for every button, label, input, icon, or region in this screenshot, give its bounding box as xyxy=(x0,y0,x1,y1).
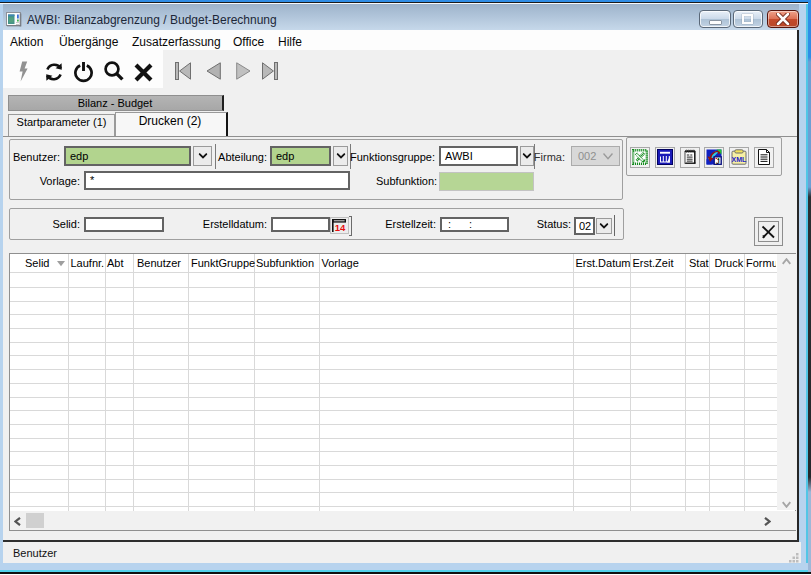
svg-text:14: 14 xyxy=(335,222,346,233)
svg-text:J: J xyxy=(716,158,720,165)
svg-text:XML: XML xyxy=(732,156,747,163)
